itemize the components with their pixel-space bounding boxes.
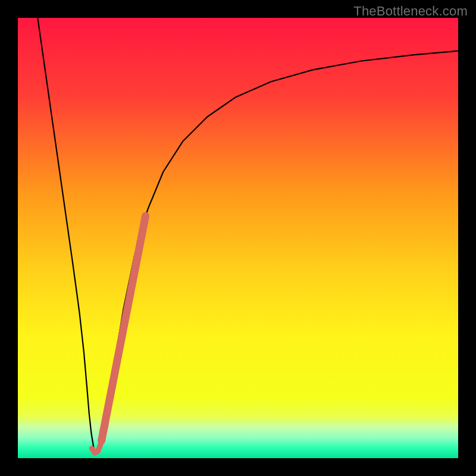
chart-frame: TheBottleneck.com: [0, 0, 476, 476]
bottleneck-chart: [0, 0, 476, 476]
plot-background: [18, 18, 458, 458]
watermark-text: TheBottleneck.com: [353, 4, 468, 19]
